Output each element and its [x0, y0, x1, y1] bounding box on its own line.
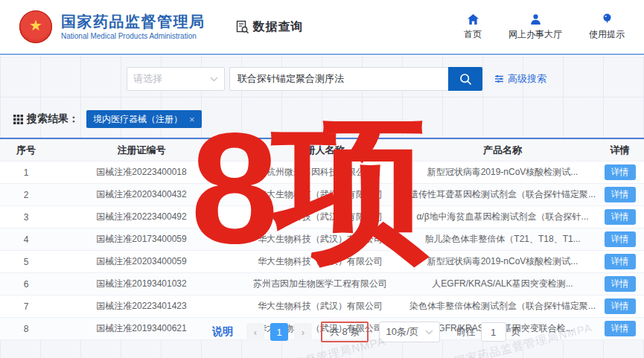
site-brand: 国家药品监督管理局 National Medical Products Admi… — [61, 13, 205, 40]
col-header-detail: 详情 — [596, 144, 644, 157]
pagination-bar: 说明 ‹ 1 › 共 8 条 10条/页 前往 页 — [212, 322, 521, 342]
col-header-product: 产品名称 — [409, 144, 596, 157]
cell-reg-no: 国械注准20223400492 — [52, 211, 231, 223]
table-row: 1 国械注准20223400018 杭州微远基因科技有限公司 新型冠状病毒201… — [0, 162, 644, 184]
cell-index: 1 — [0, 167, 52, 178]
goto-page-input[interactable] — [481, 322, 506, 342]
note-link[interactable]: 说明 — [212, 325, 233, 339]
filter-tag-domestic-device[interactable]: 境内医疗器械（注册） × — [86, 110, 202, 128]
detail-button[interactable]: 详情 — [605, 254, 636, 269]
cell-registrant: 华大生物科技（武汉）有限公司 — [231, 233, 409, 246]
col-header-reg-no: 注册证编号 — [52, 144, 231, 157]
cell-registrant: 苏州吉因加生物医学工程有限公司 — [231, 278, 409, 290]
grid-icon — [13, 115, 23, 124]
nav-home[interactable]: 首页 — [464, 13, 482, 41]
search-icon — [459, 73, 472, 86]
detail-button[interactable]: 详情 — [605, 209, 636, 225]
detail-button[interactable]: 详情 — [605, 231, 636, 247]
cell-index: 3 — [0, 212, 52, 223]
cell-product: 新型冠状病毒2019-nCoV核酸检测试... — [409, 255, 596, 268]
cell-index: 7 — [0, 301, 52, 312]
page-size-select[interactable]: 10条/页 — [379, 322, 439, 342]
cell-index: 8 — [0, 324, 52, 334]
table-header-row: 序号 注册证编号 注册人名称 产品名称 详情 — [0, 139, 644, 162]
cell-registrant: 华大生物科技（武汉）有限公司 — [231, 255, 409, 268]
nav-usage-tips[interactable]: 使用提示 — [589, 13, 625, 41]
goto-page-group: 前往 页 — [456, 322, 521, 342]
table-row: 6 国械注准20193401032 苏州吉因加生物医学工程有限公司 人EGFR/… — [0, 273, 644, 295]
cell-reg-no: 国械注准20223401423 — [52, 300, 231, 313]
site-subtitle: National Medical Products Administration — [61, 32, 205, 40]
data-query-label: 数据查询 — [253, 19, 304, 35]
detail-button[interactable]: 详情 — [605, 164, 636, 180]
cell-detail: 详情 — [596, 321, 644, 336]
cell-registrant: 杭州微远基因科技有限公司 — [231, 166, 409, 179]
user-icon — [529, 13, 542, 25]
page-size-value: 10条/页 — [386, 325, 418, 339]
cell-reg-no: 国械注准20193401032 — [52, 278, 231, 290]
col-header-index: 序号 — [0, 144, 52, 157]
nav-online-hall-label: 网上办事大厅 — [508, 28, 562, 41]
cell-reg-no: 国械注准20203400059 — [52, 255, 231, 268]
chevron-down-icon — [425, 330, 433, 335]
total-count-annotation: 共 8 条 — [321, 322, 369, 342]
table-row: 5 国械注准20203400059 华大生物科技（武汉）有限公司 新型冠状病毒2… — [0, 251, 644, 273]
cell-registrant: 华大生物科技（武汉）有限公司 — [231, 211, 409, 223]
cell-index: 5 — [0, 257, 52, 267]
goto-suffix-label: 页 — [511, 325, 521, 339]
cell-index: 4 — [0, 234, 52, 245]
hint-balloon-icon — [602, 13, 613, 25]
cell-reg-no: 国械注准20173400059 — [52, 233, 231, 246]
cell-index: 6 — [0, 279, 52, 290]
detail-button[interactable]: 详情 — [605, 276, 636, 292]
table-row: 2 国械注准20203400432 华大生物科技（武汉）有限公司 遗传性耳聋基因… — [0, 184, 644, 206]
nav-usage-tips-label: 使用提示 — [589, 28, 625, 41]
page-number-1[interactable]: 1 — [270, 323, 288, 341]
advanced-search-link[interactable]: 高级搜索 — [494, 72, 546, 86]
detail-button[interactable]: 详情 — [605, 187, 636, 202]
data-query-section[interactable]: 数据查询 — [235, 19, 304, 35]
search-bar: 请选择 — [127, 67, 546, 91]
chevron-down-icon — [210, 77, 218, 82]
goto-prefix-label: 前往 — [456, 325, 476, 339]
national-emblem-logo: ★ — [19, 10, 52, 43]
table-row: 7 国械注准20223401423 华大生物科技（武汉）有限公司 染色体非整倍体… — [0, 295, 644, 318]
nmpa-data-query-page: ★ 国家药品监督管理局 National Medical Products Ad… — [0, 0, 644, 358]
cell-product: α/β地中海贫血基因检测试剂盒（联合探针... — [409, 211, 596, 223]
cell-registrant: 华大生物科技（武汉）有限公司 — [231, 188, 409, 201]
site-header: ★ 国家药品监督管理局 National Medical Products Ad… — [0, 0, 644, 55]
home-icon — [467, 13, 479, 25]
cell-product: 胎儿染色体非整倍体（T21、T18、T1... — [409, 233, 596, 246]
detail-button[interactable]: 详情 — [605, 321, 636, 336]
col-header-registrant: 注册人名称 — [231, 144, 409, 157]
cell-registrant: 华大生物科技（武汉）有限公司 — [231, 300, 409, 313]
tag-close-icon[interactable]: × — [189, 114, 195, 125]
cell-detail: 详情 — [596, 209, 644, 225]
cell-detail: 详情 — [596, 187, 644, 202]
cell-detail: 详情 — [596, 164, 644, 180]
search-input[interactable] — [229, 67, 448, 91]
next-page-button[interactable]: › — [294, 323, 312, 341]
detail-button[interactable]: 详情 — [605, 298, 636, 314]
category-select-placeholder: 请选择 — [133, 72, 210, 86]
document-search-icon — [235, 20, 249, 34]
prev-page-button[interactable]: ‹ — [246, 323, 264, 341]
nav-online-hall[interactable]: 网上办事大厅 — [508, 13, 562, 41]
cell-product: 人EGFR/KRAS/ALK基因突变检测... — [409, 278, 596, 290]
filter-tag-label: 境内医疗器械（注册） — [93, 113, 182, 126]
cell-index: 2 — [0, 190, 52, 200]
cell-detail: 详情 — [596, 298, 644, 314]
advanced-search-label: 高级搜索 — [508, 72, 546, 86]
table-row: 3 国械注准20223400492 华大生物科技（武汉）有限公司 α/β地中海贫… — [0, 206, 644, 228]
cell-product: 新型冠状病毒2019-nCoV核酸检测试... — [409, 166, 596, 179]
table-body: 1 国械注准20223400018 杭州微远基因科技有限公司 新型冠状病毒201… — [0, 162, 644, 340]
cell-product: 染色体非整倍体检测试剂盒（联合探针锚定聚... — [409, 300, 596, 313]
filter-sliders-icon — [494, 74, 504, 83]
results-label: 搜索结果： — [27, 112, 79, 126]
cell-reg-no: 国械注准20223400018 — [52, 166, 231, 179]
category-select[interactable]: 请选择 — [127, 67, 225, 91]
search-button[interactable] — [448, 67, 482, 91]
emblem-star-icon: ★ — [29, 18, 42, 33]
cell-product: 遗传性耳聋基因检测试剂盒（联合探针锚定聚... — [409, 188, 596, 201]
page-body: 请选择 — [0, 57, 644, 358]
